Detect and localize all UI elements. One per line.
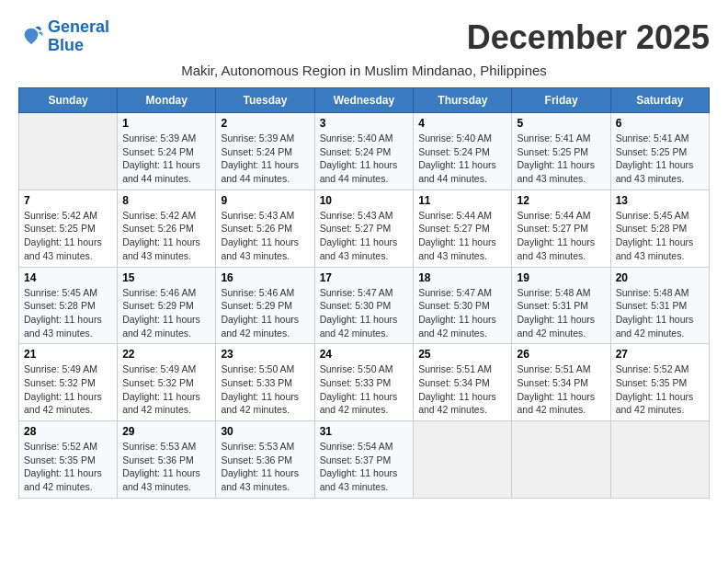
calendar-cell xyxy=(610,421,709,499)
header-day-sunday: Sunday xyxy=(19,88,118,113)
subtitle: Makir, Autonomous Region in Muslim Minda… xyxy=(18,63,710,78)
calendar-cell: 18Sunrise: 5:47 AMSunset: 5:30 PMDayligh… xyxy=(414,267,512,344)
calendar-body: 1Sunrise: 5:39 AMSunset: 5:24 PMDaylight… xyxy=(19,113,710,499)
day-info: Sunrise: 5:54 AMSunset: 5:37 PMDaylight:… xyxy=(320,440,409,494)
day-info: Sunrise: 5:47 AMSunset: 5:30 PMDaylight:… xyxy=(418,286,506,340)
day-number: 29 xyxy=(122,425,210,438)
day-number: 22 xyxy=(122,348,210,361)
day-number: 19 xyxy=(517,271,605,284)
day-info: Sunrise: 5:43 AMSunset: 5:26 PMDaylight:… xyxy=(221,209,309,263)
calendar-cell: 17Sunrise: 5:47 AMSunset: 5:30 PMDayligh… xyxy=(314,267,414,344)
calendar-cell xyxy=(414,421,512,499)
calendar-cell: 16Sunrise: 5:46 AMSunset: 5:29 PMDayligh… xyxy=(216,267,314,344)
day-number: 5 xyxy=(517,117,605,130)
calendar-cell: 4Sunrise: 5:40 AMSunset: 5:24 PMDaylight… xyxy=(414,113,512,190)
day-info: Sunrise: 5:46 AMSunset: 5:29 PMDaylight:… xyxy=(122,286,210,340)
day-info: Sunrise: 5:42 AMSunset: 5:25 PMDaylight:… xyxy=(24,209,112,263)
calendar-cell: 28Sunrise: 5:52 AMSunset: 5:35 PMDayligh… xyxy=(19,421,118,499)
calendar-cell: 27Sunrise: 5:52 AMSunset: 5:35 PMDayligh… xyxy=(610,344,709,421)
calendar-cell: 12Sunrise: 5:44 AMSunset: 5:27 PMDayligh… xyxy=(512,190,610,267)
day-number: 28 xyxy=(24,425,112,438)
day-number: 24 xyxy=(320,348,409,361)
day-info: Sunrise: 5:49 AMSunset: 5:32 PMDaylight:… xyxy=(122,362,210,417)
calendar-cell: 24Sunrise: 5:50 AMSunset: 5:33 PMDayligh… xyxy=(314,344,414,421)
day-number: 7 xyxy=(24,194,112,207)
day-number: 12 xyxy=(517,194,605,207)
day-info: Sunrise: 5:41 AMSunset: 5:25 PMDaylight:… xyxy=(517,132,605,186)
calendar-cell: 29Sunrise: 5:53 AMSunset: 5:36 PMDayligh… xyxy=(118,421,216,499)
calendar-cell: 9Sunrise: 5:43 AMSunset: 5:26 PMDaylight… xyxy=(216,190,314,267)
day-info: Sunrise: 5:45 AMSunset: 5:28 PMDaylight:… xyxy=(24,286,112,340)
calendar-week-5: 28Sunrise: 5:52 AMSunset: 5:35 PMDayligh… xyxy=(19,421,710,499)
calendar-cell: 2Sunrise: 5:39 AMSunset: 5:24 PMDaylight… xyxy=(216,113,314,190)
day-number: 8 xyxy=(122,194,210,207)
day-info: Sunrise: 5:53 AMSunset: 5:36 PMDaylight:… xyxy=(122,440,210,494)
calendar-cell: 15Sunrise: 5:46 AMSunset: 5:29 PMDayligh… xyxy=(118,267,216,344)
calendar-cell: 23Sunrise: 5:50 AMSunset: 5:33 PMDayligh… xyxy=(216,344,314,421)
day-number: 9 xyxy=(221,194,309,207)
calendar-week-1: 1Sunrise: 5:39 AMSunset: 5:24 PMDaylight… xyxy=(19,113,710,190)
calendar-cell: 25Sunrise: 5:51 AMSunset: 5:34 PMDayligh… xyxy=(414,344,512,421)
day-number: 13 xyxy=(616,194,704,207)
day-number: 3 xyxy=(320,117,409,130)
header-day-wednesday: Wednesday xyxy=(314,88,414,113)
day-number: 23 xyxy=(221,348,309,361)
day-info: Sunrise: 5:48 AMSunset: 5:31 PMDaylight:… xyxy=(517,286,605,340)
calendar-table: SundayMondayTuesdayWednesdayThursdayFrid… xyxy=(18,87,710,499)
day-number: 15 xyxy=(122,271,210,284)
day-number: 2 xyxy=(221,117,309,130)
day-number: 6 xyxy=(616,117,704,130)
calendar-cell xyxy=(19,113,118,190)
calendar-cell: 22Sunrise: 5:49 AMSunset: 5:32 PMDayligh… xyxy=(118,344,216,421)
header-day-monday: Monday xyxy=(118,88,216,113)
day-number: 20 xyxy=(616,271,704,284)
day-info: Sunrise: 5:45 AMSunset: 5:28 PMDaylight:… xyxy=(616,209,704,263)
day-info: Sunrise: 5:50 AMSunset: 5:33 PMDaylight:… xyxy=(221,362,309,417)
calendar-cell: 14Sunrise: 5:45 AMSunset: 5:28 PMDayligh… xyxy=(19,267,118,344)
day-info: Sunrise: 5:48 AMSunset: 5:31 PMDaylight:… xyxy=(616,286,704,340)
day-info: Sunrise: 5:39 AMSunset: 5:24 PMDaylight:… xyxy=(221,132,309,186)
day-info: Sunrise: 5:50 AMSunset: 5:33 PMDaylight:… xyxy=(320,362,409,417)
header-day-saturday: Saturday xyxy=(610,88,709,113)
logo-icon xyxy=(18,24,44,50)
logo-text: General Blue xyxy=(48,18,109,55)
day-number: 26 xyxy=(517,348,605,361)
calendar-cell: 13Sunrise: 5:45 AMSunset: 5:28 PMDayligh… xyxy=(610,190,709,267)
day-info: Sunrise: 5:53 AMSunset: 5:36 PMDaylight:… xyxy=(221,440,309,494)
calendar-cell: 8Sunrise: 5:42 AMSunset: 5:26 PMDaylight… xyxy=(118,190,216,267)
day-info: Sunrise: 5:44 AMSunset: 5:27 PMDaylight:… xyxy=(517,209,605,263)
day-info: Sunrise: 5:47 AMSunset: 5:30 PMDaylight:… xyxy=(320,286,409,340)
month-title: December 2025 xyxy=(467,18,710,57)
day-info: Sunrise: 5:52 AMSunset: 5:35 PMDaylight:… xyxy=(616,362,704,417)
calendar-header: SundayMondayTuesdayWednesdayThursdayFrid… xyxy=(19,88,710,113)
day-number: 21 xyxy=(24,348,112,361)
logo-line2: Blue xyxy=(48,36,84,54)
calendar-cell: 21Sunrise: 5:49 AMSunset: 5:32 PMDayligh… xyxy=(19,344,118,421)
calendar-cell: 26Sunrise: 5:51 AMSunset: 5:34 PMDayligh… xyxy=(512,344,610,421)
day-info: Sunrise: 5:52 AMSunset: 5:35 PMDaylight:… xyxy=(24,440,112,494)
day-info: Sunrise: 5:51 AMSunset: 5:34 PMDaylight:… xyxy=(418,362,506,417)
logo-line1: General xyxy=(48,17,109,36)
calendar-cell: 6Sunrise: 5:41 AMSunset: 5:25 PMDaylight… xyxy=(610,113,709,190)
day-number: 11 xyxy=(418,194,506,207)
calendar-cell: 30Sunrise: 5:53 AMSunset: 5:36 PMDayligh… xyxy=(216,421,314,499)
day-info: Sunrise: 5:51 AMSunset: 5:34 PMDaylight:… xyxy=(517,362,605,417)
calendar-cell: 20Sunrise: 5:48 AMSunset: 5:31 PMDayligh… xyxy=(610,267,709,344)
calendar-cell: 3Sunrise: 5:40 AMSunset: 5:24 PMDaylight… xyxy=(314,113,414,190)
page-header: General Blue December 2025 xyxy=(18,18,710,57)
day-number: 16 xyxy=(221,271,309,284)
header-day-tuesday: Tuesday xyxy=(216,88,314,113)
calendar-week-4: 21Sunrise: 5:49 AMSunset: 5:32 PMDayligh… xyxy=(19,344,710,421)
day-info: Sunrise: 5:46 AMSunset: 5:29 PMDaylight:… xyxy=(221,286,309,340)
day-number: 1 xyxy=(122,117,210,130)
calendar-cell: 7Sunrise: 5:42 AMSunset: 5:25 PMDaylight… xyxy=(19,190,118,267)
day-number: 17 xyxy=(320,271,409,284)
header-day-thursday: Thursday xyxy=(414,88,512,113)
day-number: 25 xyxy=(418,348,506,361)
day-info: Sunrise: 5:40 AMSunset: 5:24 PMDaylight:… xyxy=(418,132,506,186)
day-number: 27 xyxy=(616,348,704,361)
calendar-week-2: 7Sunrise: 5:42 AMSunset: 5:25 PMDaylight… xyxy=(19,190,710,267)
day-info: Sunrise: 5:40 AMSunset: 5:24 PMDaylight:… xyxy=(320,132,409,186)
day-info: Sunrise: 5:44 AMSunset: 5:27 PMDaylight:… xyxy=(418,209,506,263)
calendar-cell: 31Sunrise: 5:54 AMSunset: 5:37 PMDayligh… xyxy=(314,421,414,499)
